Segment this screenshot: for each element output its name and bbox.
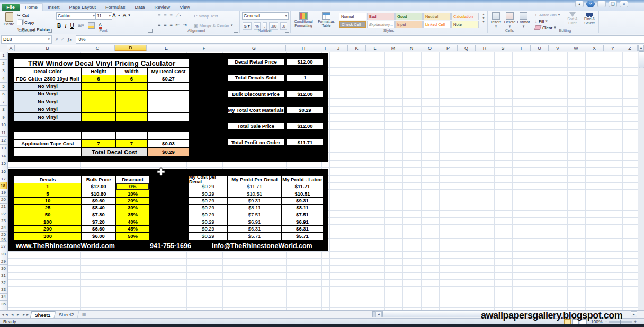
cell[interactable] — [14, 148, 82, 156]
number-dialog-launcher[interactable] — [285, 29, 289, 33]
cell[interactable]: 300 — [14, 233, 82, 240]
sheet-tab-sheet2[interactable]: Sheet2 — [54, 311, 78, 318]
row-header-5[interactable]: 5 — [0, 83, 7, 91]
column-header-S[interactable]: S — [494, 45, 512, 51]
insert-function-icon[interactable]: fx — [67, 36, 72, 42]
gallery-down-icon[interactable]: ▼ — [482, 16, 485, 20]
row-header-10[interactable]: 10 — [0, 121, 7, 129]
row-header-6[interactable]: 6 — [0, 91, 7, 99]
align-middle-icon[interactable]: ≡ — [164, 13, 166, 19]
summary-value[interactable]: $11.71 — [286, 138, 324, 146]
tab-view[interactable]: View — [175, 4, 194, 11]
column-header-N[interactable]: N — [402, 45, 421, 51]
cell[interactable] — [116, 132, 148, 140]
row-header-13[interactable]: 13 — [0, 145, 7, 153]
row-header-23[interactable]: 23 — [0, 217, 7, 224]
cell[interactable] — [148, 132, 189, 140]
cell[interactable]: 200 — [14, 226, 82, 233]
next-sheet-icon[interactable]: ► — [15, 313, 21, 316]
style-explanatory[interactable]: Explanatory... — [367, 21, 395, 28]
style-normal[interactable]: Normal — [339, 13, 366, 20]
formula-input[interactable]: 0% — [76, 35, 644, 44]
cell[interactable]: $0.29 — [189, 211, 228, 218]
cell[interactable]: 7 — [82, 140, 116, 148]
cell[interactable]: No Vinyl — [14, 105, 82, 113]
format-cells-button[interactable]: Format ▾ — [517, 12, 530, 29]
delete-cells-button[interactable]: Delete ▾ — [503, 12, 516, 29]
row-header-15[interactable]: 15 — [0, 160, 7, 168]
cell[interactable]: 1 — [14, 183, 82, 190]
cell[interactable]: $9.31 — [228, 198, 282, 205]
style-check-cell[interactable]: Check Cell — [339, 21, 366, 28]
cancel-icon[interactable]: ✗ — [55, 37, 59, 42]
column-header-P[interactable]: P — [439, 45, 458, 51]
cell[interactable] — [148, 91, 189, 98]
column-header-L[interactable]: L — [366, 45, 384, 51]
font-dialog-launcher[interactable] — [148, 29, 153, 33]
cell[interactable]: 50 — [14, 211, 82, 218]
row-header-18[interactable]: 18 — [0, 182, 7, 189]
cell[interactable] — [148, 105, 189, 113]
cell[interactable]: $6.60 — [82, 226, 116, 233]
row-header-17[interactable]: 17 — [0, 175, 7, 182]
selected-cell-D18[interactable]: 0% — [116, 183, 149, 190]
cell[interactable] — [116, 91, 148, 98]
underline-button[interactable]: U — [70, 23, 74, 29]
column-header-M[interactable]: M — [384, 45, 402, 51]
cell[interactable] — [82, 91, 116, 98]
tab-formulas[interactable]: Formulas — [101, 4, 130, 11]
fill-button[interactable]: ↓Fill▾ — [535, 19, 560, 24]
vertical-scrollbar[interactable]: ▲ ▼ — [638, 45, 644, 317]
row-header-19[interactable]: 19 — [0, 189, 7, 196]
row-header-3[interactable]: 3 — [0, 67, 7, 75]
style-linked-cell[interactable]: Linked Cell — [423, 21, 451, 28]
row-header-28[interactable]: 28 — [0, 251, 7, 258]
row-header-12[interactable]: 12 — [0, 137, 7, 145]
row-header-27[interactable]: 27 — [0, 242, 7, 251]
cell[interactable] — [82, 98, 116, 105]
cell[interactable]: Application Tape Cost — [14, 140, 82, 148]
tab-data[interactable]: Data — [130, 4, 150, 11]
cell[interactable]: $5.71 — [228, 233, 282, 240]
column-header-E[interactable]: E — [147, 45, 186, 51]
cell[interactable]: $0.03 — [148, 140, 189, 148]
row-header-22[interactable]: 22 — [0, 210, 7, 217]
cell[interactable]: $10.51 — [282, 190, 323, 197]
tab-review[interactable]: Review — [150, 4, 175, 11]
cell[interactable]: 7 — [116, 140, 148, 148]
cell[interactable]: $12.00 — [82, 183, 116, 190]
find-select-button[interactable]: Find & Select — [582, 12, 597, 25]
row-header-16[interactable]: 16 — [0, 167, 7, 175]
merge-center-button[interactable]: ▣Merge & Center▾ — [194, 23, 233, 28]
cell[interactable]: $7.80 — [82, 211, 116, 218]
row-header-8[interactable]: 8 — [0, 106, 7, 114]
cell[interactable]: 5 — [14, 190, 82, 197]
cell[interactable]: $6.31 — [228, 226, 282, 233]
cell[interactable]: $7.20 — [82, 218, 116, 225]
cell[interactable]: 35% — [116, 211, 149, 218]
style-calculation[interactable]: Calculation — [451, 13, 479, 20]
style-note[interactable]: Note — [451, 21, 479, 28]
row-header-11[interactable]: 11 — [0, 129, 7, 137]
row-header-20[interactable]: 20 — [0, 197, 7, 204]
column-header-F[interactable]: F — [186, 45, 222, 51]
sheet-tab-sheet1[interactable]: Sheet1 — [30, 311, 55, 319]
tab-home[interactable]: Home — [20, 3, 43, 11]
cell[interactable]: $0.29 — [189, 233, 228, 240]
borders-icon[interactable]: ⊞▾ — [78, 23, 84, 28]
prev-sheet-icon[interactable]: ◄ — [10, 313, 15, 316]
row-header-7[interactable]: 7 — [0, 98, 7, 106]
summary-value[interactable]: $12.00 — [286, 90, 324, 98]
column-header-U[interactable]: U — [531, 45, 549, 51]
gallery-up-icon[interactable]: ▲ — [482, 13, 485, 16]
cell[interactable]: $7.51 — [228, 211, 282, 218]
column-header-Y[interactable]: Y — [604, 45, 622, 51]
cell[interactable]: $5.71 — [282, 233, 323, 240]
cell[interactable]: 10% — [116, 190, 149, 197]
row-header-29[interactable]: 29 — [0, 258, 7, 265]
cell[interactable] — [116, 113, 148, 120]
italic-button[interactable]: I — [65, 23, 66, 29]
column-header-B[interactable]: B — [15, 45, 80, 51]
format-as-table-button[interactable]: Format as Table — [316, 12, 337, 28]
insert-cells-button[interactable]: Insert ▾ — [489, 12, 503, 29]
